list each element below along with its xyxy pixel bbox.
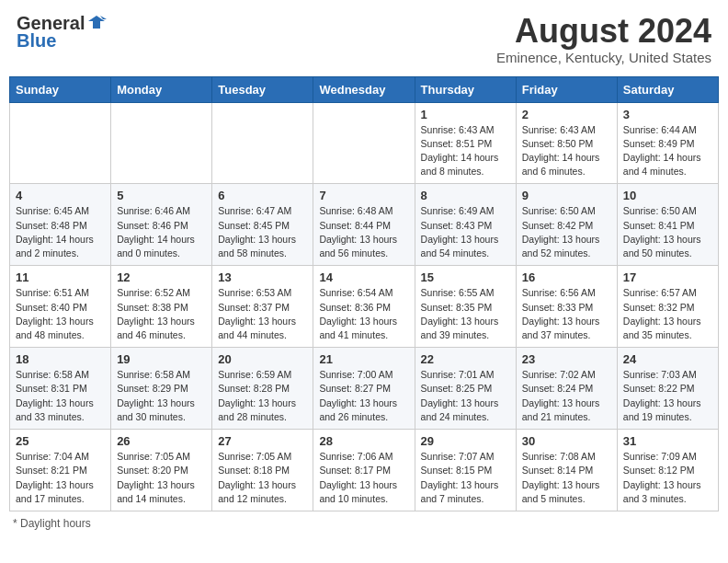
col-header-wednesday: Wednesday — [313, 76, 415, 102]
day-cell: 5Sunrise: 6:46 AM Sunset: 8:46 PM Daylig… — [111, 184, 212, 266]
day-number: 20 — [218, 352, 307, 366]
day-number: 13 — [218, 270, 307, 284]
location: Eminence, Kentucky, United States — [496, 50, 711, 65]
day-number: 1 — [421, 108, 510, 121]
day-number: 4 — [16, 189, 105, 202]
day-info: Sunrise: 7:03 AM Sunset: 8:22 PM Dayligh… — [623, 368, 712, 424]
day-info: Sunrise: 7:00 AM Sunset: 8:27 PM Dayligh… — [319, 368, 408, 424]
week-row-4: 18Sunrise: 6:58 AM Sunset: 8:31 PM Dayli… — [10, 348, 719, 430]
day-cell: 26Sunrise: 7:05 AM Sunset: 8:20 PM Dayli… — [111, 430, 212, 511]
day-info: Sunrise: 6:49 AM Sunset: 8:43 PM Dayligh… — [421, 204, 510, 260]
day-cell: 18Sunrise: 6:58 AM Sunset: 8:31 PM Dayli… — [10, 348, 111, 430]
day-cell: 16Sunrise: 6:56 AM Sunset: 8:33 PM Dayli… — [516, 266, 617, 348]
title-block: August 2024 Eminence, Kentucky, United S… — [496, 13, 711, 65]
day-info: Sunrise: 6:59 AM Sunset: 8:28 PM Dayligh… — [218, 368, 307, 424]
day-info: Sunrise: 6:53 AM Sunset: 8:37 PM Dayligh… — [218, 286, 307, 342]
day-cell: 17Sunrise: 6:57 AM Sunset: 8:32 PM Dayli… — [617, 266, 718, 348]
footer-note: * Daylight hours — [9, 517, 719, 530]
day-number: 31 — [623, 434, 712, 448]
day-number: 26 — [117, 434, 206, 448]
day-cell: 3Sunrise: 6:44 AM Sunset: 8:49 PM Daylig… — [617, 102, 718, 184]
page-header: General Blue August 2024 Eminence, Kentu… — [9, 9, 719, 69]
day-cell: 9Sunrise: 6:50 AM Sunset: 8:42 PM Daylig… — [516, 184, 617, 266]
col-header-thursday: Thursday — [415, 76, 516, 102]
day-cell: 28Sunrise: 7:06 AM Sunset: 8:17 PM Dayli… — [313, 430, 415, 511]
col-header-tuesday: Tuesday — [212, 76, 313, 102]
day-info: Sunrise: 7:02 AM Sunset: 8:24 PM Dayligh… — [522, 368, 611, 424]
day-info: Sunrise: 6:57 AM Sunset: 8:32 PM Dayligh… — [623, 286, 712, 342]
logo-blue: Blue — [17, 30, 56, 52]
day-cell: 25Sunrise: 7:04 AM Sunset: 8:21 PM Dayli… — [10, 430, 111, 511]
day-info: Sunrise: 7:07 AM Sunset: 8:15 PM Dayligh… — [421, 450, 510, 506]
day-number: 5 — [117, 189, 206, 202]
col-header-monday: Monday — [111, 76, 212, 102]
day-info: Sunrise: 6:54 AM Sunset: 8:36 PM Dayligh… — [319, 286, 408, 342]
week-row-3: 11Sunrise: 6:51 AM Sunset: 8:40 PM Dayli… — [10, 266, 719, 348]
day-info: Sunrise: 7:06 AM Sunset: 8:17 PM Dayligh… — [319, 450, 408, 506]
day-number: 10 — [623, 189, 712, 202]
day-number: 3 — [623, 108, 712, 121]
day-info: Sunrise: 6:55 AM Sunset: 8:35 PM Dayligh… — [421, 286, 510, 342]
day-number: 2 — [522, 108, 611, 121]
day-info: Sunrise: 7:04 AM Sunset: 8:21 PM Dayligh… — [16, 450, 105, 506]
day-info: Sunrise: 7:05 AM Sunset: 8:20 PM Dayligh… — [117, 450, 206, 506]
day-info: Sunrise: 6:51 AM Sunset: 8:40 PM Dayligh… — [16, 286, 105, 342]
day-info: Sunrise: 6:46 AM Sunset: 8:46 PM Dayligh… — [117, 204, 206, 260]
day-cell: 29Sunrise: 7:07 AM Sunset: 8:15 PM Dayli… — [415, 430, 516, 511]
day-number: 8 — [421, 189, 510, 202]
day-number: 14 — [319, 270, 408, 284]
day-cell — [212, 102, 313, 184]
footer-label: Daylight hours — [20, 517, 91, 530]
day-cell: 31Sunrise: 7:09 AM Sunset: 8:12 PM Dayli… — [617, 430, 718, 511]
day-info: Sunrise: 7:09 AM Sunset: 8:12 PM Dayligh… — [623, 450, 712, 506]
calendar-table: SundayMondayTuesdayWednesdayThursdayFrid… — [9, 76, 719, 511]
day-cell: 13Sunrise: 6:53 AM Sunset: 8:37 PM Dayli… — [212, 266, 313, 348]
day-info: Sunrise: 6:43 AM Sunset: 8:50 PM Dayligh… — [522, 123, 611, 179]
day-number: 29 — [421, 434, 510, 448]
day-cell: 6Sunrise: 6:47 AM Sunset: 8:45 PM Daylig… — [212, 184, 313, 266]
day-number: 23 — [522, 352, 611, 366]
day-info: Sunrise: 6:50 AM Sunset: 8:42 PM Dayligh… — [522, 204, 611, 260]
day-info: Sunrise: 6:48 AM Sunset: 8:44 PM Dayligh… — [319, 204, 408, 260]
day-cell: 21Sunrise: 7:00 AM Sunset: 8:27 PM Dayli… — [313, 348, 415, 430]
month-title: August 2024 — [496, 13, 711, 50]
day-cell: 11Sunrise: 6:51 AM Sunset: 8:40 PM Dayli… — [10, 266, 111, 348]
day-number: 7 — [319, 189, 408, 202]
day-info: Sunrise: 7:08 AM Sunset: 8:14 PM Dayligh… — [522, 450, 611, 506]
day-number: 30 — [522, 434, 611, 448]
day-info: Sunrise: 6:44 AM Sunset: 8:49 PM Dayligh… — [623, 123, 712, 179]
logo-bird-icon — [86, 12, 107, 32]
day-number: 19 — [117, 352, 206, 366]
day-cell: 19Sunrise: 6:58 AM Sunset: 8:29 PM Dayli… — [111, 348, 212, 430]
day-cell — [10, 102, 111, 184]
calendar-body: 1Sunrise: 6:43 AM Sunset: 8:51 PM Daylig… — [10, 102, 719, 511]
day-number: 12 — [117, 270, 206, 284]
day-number: 18 — [16, 352, 105, 366]
day-info: Sunrise: 7:01 AM Sunset: 8:25 PM Dayligh… — [421, 368, 510, 424]
day-info: Sunrise: 6:52 AM Sunset: 8:38 PM Dayligh… — [117, 286, 206, 342]
day-cell: 23Sunrise: 7:02 AM Sunset: 8:24 PM Dayli… — [516, 348, 617, 430]
day-number: 11 — [16, 270, 105, 284]
day-number: 21 — [319, 352, 408, 366]
day-cell: 8Sunrise: 6:49 AM Sunset: 8:43 PM Daylig… — [415, 184, 516, 266]
day-cell: 20Sunrise: 6:59 AM Sunset: 8:28 PM Dayli… — [212, 348, 313, 430]
day-number: 27 — [218, 434, 307, 448]
day-cell — [313, 102, 415, 184]
week-row-1: 1Sunrise: 6:43 AM Sunset: 8:51 PM Daylig… — [10, 102, 719, 184]
day-info: Sunrise: 6:58 AM Sunset: 8:31 PM Dayligh… — [16, 368, 105, 424]
day-cell: 12Sunrise: 6:52 AM Sunset: 8:38 PM Dayli… — [111, 266, 212, 348]
day-number: 28 — [319, 434, 408, 448]
day-number: 9 — [522, 189, 611, 202]
logo: General Blue — [17, 13, 107, 52]
day-cell: 22Sunrise: 7:01 AM Sunset: 8:25 PM Dayli… — [415, 348, 516, 430]
day-cell: 4Sunrise: 6:45 AM Sunset: 8:48 PM Daylig… — [10, 184, 111, 266]
day-info: Sunrise: 7:05 AM Sunset: 8:18 PM Dayligh… — [218, 450, 307, 506]
day-cell — [111, 102, 212, 184]
day-number: 15 — [421, 270, 510, 284]
day-cell: 27Sunrise: 7:05 AM Sunset: 8:18 PM Dayli… — [212, 430, 313, 511]
col-header-friday: Friday — [516, 76, 617, 102]
day-number: 24 — [623, 352, 712, 366]
col-header-saturday: Saturday — [617, 76, 718, 102]
day-number: 25 — [16, 434, 105, 448]
day-cell: 24Sunrise: 7:03 AM Sunset: 8:22 PM Dayli… — [617, 348, 718, 430]
